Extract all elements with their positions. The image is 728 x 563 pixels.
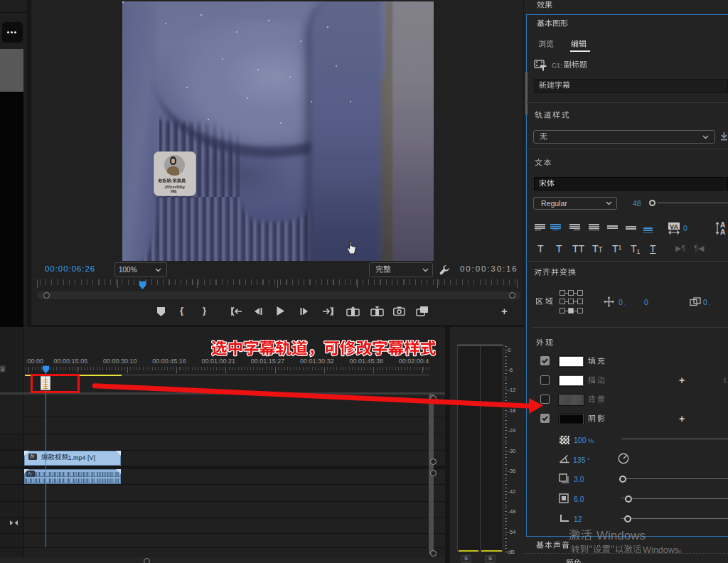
svg-text:A: A [720,228,725,235]
svg-text:VA: VA [670,223,678,230]
